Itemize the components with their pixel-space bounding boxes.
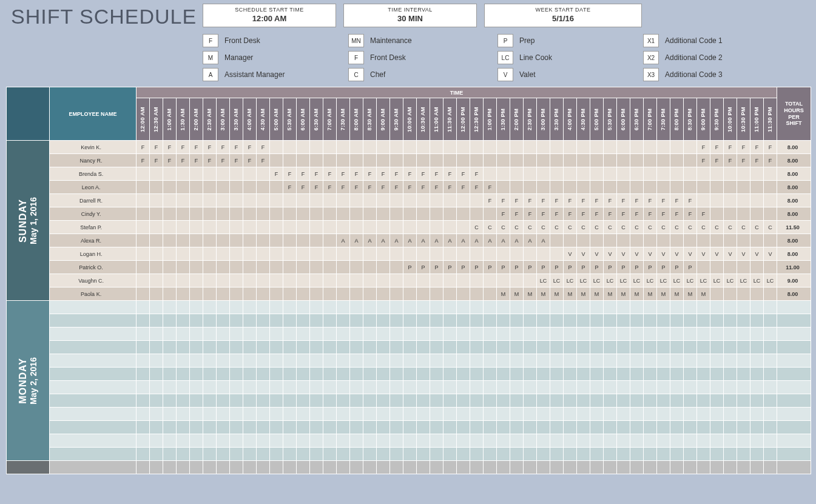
setting-value: 30 MIN (348, 13, 473, 23)
setting-box[interactable]: SCHEDULE START TIME12:00 AM (203, 4, 336, 27)
setting-value: 12:00 AM (207, 13, 332, 23)
setting-label: WEEK START DATE (488, 7, 638, 13)
setting-label: SCHEDULE START TIME (207, 7, 332, 13)
setting-box[interactable]: TIME INTERVAL30 MIN (343, 4, 477, 27)
setting-label: TIME INTERVAL (348, 7, 473, 13)
setting-value: 5/1/16 (488, 13, 638, 23)
setting-box[interactable]: WEEK START DATE5/1/16 (484, 4, 642, 27)
settings-bar: SCHEDULE START TIME12:00 AMTIME INTERVAL… (203, 4, 642, 27)
